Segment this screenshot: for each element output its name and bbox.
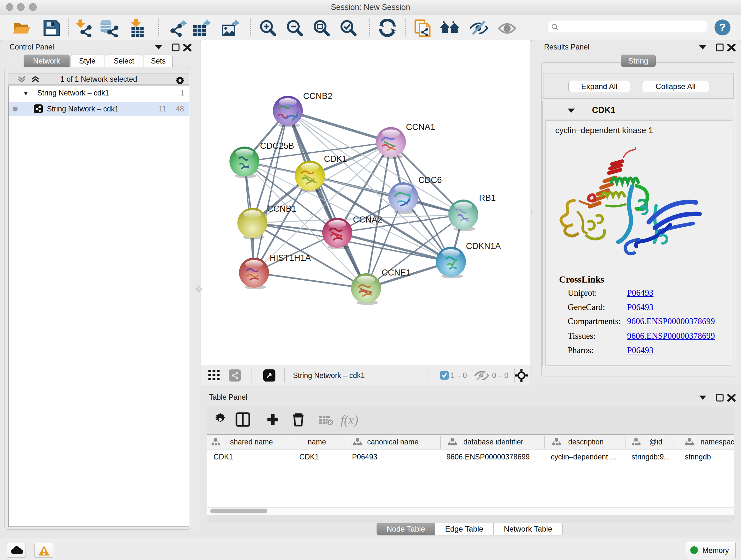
svg-text:database identifier: database identifier	[463, 438, 523, 446]
svg-text:CCNA1: CCNA1	[406, 122, 435, 132]
svg-text:CCNB1: CCNB1	[267, 204, 296, 213]
svg-text:CCNA2: CCNA2	[353, 215, 382, 225]
svg-text:?: ?	[719, 21, 726, 33]
svg-text:@id: @id	[649, 438, 662, 446]
svg-text:HIST1H1A: HIST1H1A	[270, 253, 311, 263]
svg-text:canonical name: canonical name	[367, 438, 418, 446]
svg-text:name: name	[308, 438, 326, 446]
svg-text:CDK1: CDK1	[324, 154, 347, 164]
svg-text:CCNB2: CCNB2	[303, 91, 333, 101]
svg-text:RB1: RB1	[479, 193, 496, 203]
svg-text:CDKN1A: CDKN1A	[466, 241, 501, 251]
svg-text:f(x): f(x)	[340, 413, 358, 427]
svg-text:CCNE1: CCNE1	[382, 268, 411, 277]
svg-text:shared name: shared name	[230, 438, 273, 446]
svg-text:namespac: namespac	[700, 438, 734, 446]
svg-text:description: description	[568, 438, 603, 446]
svg-text:CDC25B: CDC25B	[260, 141, 294, 151]
svg-text:CDC6: CDC6	[418, 175, 442, 185]
